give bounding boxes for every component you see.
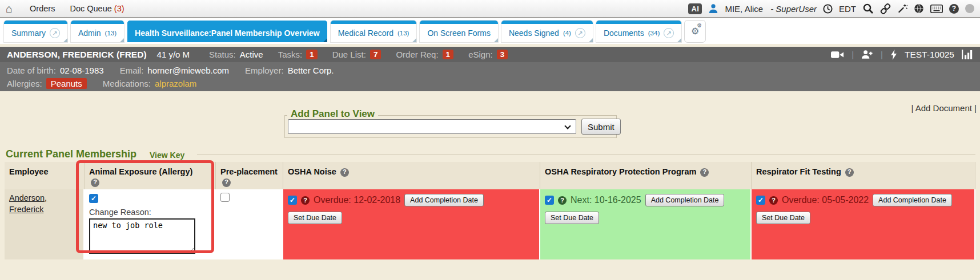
separator: | xyxy=(852,50,854,59)
medications-label: Medications: xyxy=(103,79,151,88)
external-link-icon[interactable]: ↗ xyxy=(50,28,60,38)
osha-noise-checkbox[interactable]: ✓ xyxy=(288,196,297,205)
tab-on-screen-forms[interactable]: On Screen Forms xyxy=(420,21,497,42)
tab-count: (34) xyxy=(648,30,660,36)
search-icon[interactable] xyxy=(862,3,874,14)
external-link-icon[interactable]: ↗ xyxy=(664,28,674,38)
panel-membership-table: Employee Animal Exposure (Allergy)? Pre-… xyxy=(5,162,975,259)
tasks-count-badge[interactable]: 1 xyxy=(306,50,318,59)
patient-name: ANDERSON, FREDERICK (FRED) xyxy=(7,50,147,60)
help-icon[interactable]: ? xyxy=(845,168,854,177)
link-icon[interactable] xyxy=(880,3,891,14)
help-icon[interactable]: ? xyxy=(222,178,231,187)
tab-label: Medical Record xyxy=(338,29,393,38)
osha-respiratory-cell: ✓ ? Next: 10-16-2025 Add Completion Date… xyxy=(540,189,752,259)
osha-respiratory-checkbox[interactable]: ✓ xyxy=(545,196,554,205)
due-list-count-badge[interactable]: 7 xyxy=(370,50,381,59)
help-icon[interactable]: ? xyxy=(340,168,349,177)
keyboard-icon[interactable] xyxy=(930,5,943,13)
home-icon[interactable]: ⌂ xyxy=(6,3,13,14)
clock-icon[interactable] xyxy=(823,4,833,14)
section-title: Current Panel Membership xyxy=(6,148,136,160)
user-role: - SuperUser xyxy=(770,4,817,14)
column-label: Employee xyxy=(9,167,49,176)
pre-placement-checkbox[interactable] xyxy=(220,193,230,202)
column-header-osha-respiratory: OSHA Respiratory Protection Program ? xyxy=(540,162,752,189)
tab-medical-record[interactable]: Medical Record (13) xyxy=(331,21,417,42)
globe-icon[interactable] xyxy=(914,3,924,14)
animal-exposure-checkbox[interactable]: ✓ xyxy=(89,194,98,203)
panel-select[interactable] xyxy=(288,119,576,134)
tab-documents[interactable]: Documents (34) ↗ xyxy=(596,21,681,42)
main-content: | Add Document | Add Panel to View Submi… xyxy=(0,91,980,280)
column-header-pre-placement: Pre-placement? xyxy=(216,162,283,189)
respirator-fit-cell: ✓ ? Overdue: 05-05-2022 Add Completion D… xyxy=(752,189,975,259)
person-add-icon[interactable] xyxy=(861,50,873,59)
medication-value[interactable]: alprazolam xyxy=(155,79,196,88)
tab-settings-button[interactable]: ⚙ ⚙ xyxy=(685,21,705,42)
due-list-label: Due List: xyxy=(332,50,366,59)
column-header-osha-noise: OSHA Noise ? xyxy=(283,162,540,189)
column-header-employee: Employee xyxy=(5,162,85,189)
add-completion-date-button[interactable]: Add Completion Date xyxy=(404,194,484,206)
add-document-link[interactable]: | Add Document | xyxy=(911,103,977,113)
set-due-date-button[interactable]: Set Due Date xyxy=(545,212,599,224)
email-label: Email: xyxy=(120,66,144,75)
tab-label: Needs Signed xyxy=(509,29,559,38)
esign-label: eSign: xyxy=(468,50,493,59)
column-header-animal-exposure: Animal Exposure (Allergy)? xyxy=(85,162,216,189)
patient-age-sex: 41 y/o M xyxy=(157,50,190,59)
wand-icon[interactable] xyxy=(897,3,907,14)
help-icon[interactable]: ? xyxy=(558,196,567,205)
help-icon[interactable]: ? xyxy=(91,178,99,187)
status-label: Overdue: xyxy=(314,195,351,205)
tab-label: Health Surveillance:Panel Membership Ove… xyxy=(135,29,320,38)
chart-icon[interactable] xyxy=(962,50,973,59)
ai-badge[interactable]: AI xyxy=(688,3,702,14)
doc-queue-link[interactable]: Doc Queue (3) xyxy=(70,4,124,13)
submit-button[interactable]: Submit xyxy=(581,119,621,135)
tab-summary[interactable]: Summary ↗ xyxy=(4,21,67,42)
help-icon[interactable]: ? xyxy=(301,196,310,205)
change-reason-textarea[interactable]: new to job role xyxy=(89,218,195,254)
add-completion-date-button[interactable]: Add Completion Date xyxy=(873,194,952,206)
respirator-fit-checkbox[interactable]: ✓ xyxy=(756,196,765,205)
help-icon[interactable]: ? xyxy=(700,168,709,177)
set-due-date-button[interactable]: Set Due Date xyxy=(288,212,342,224)
status-dot-icon xyxy=(965,4,974,13)
allergies-label: Allergies: xyxy=(7,79,42,88)
patient-header-bar: ANDERSON, FREDERICK (FRED) 41 y/o M Stat… xyxy=(0,47,980,62)
user-icon xyxy=(708,3,718,14)
order-req-label: Order Req: xyxy=(396,50,438,59)
patient-info-bar: Date of birth: 02-08-1983 Email: horner@… xyxy=(0,62,980,91)
employee-cell: Anderson, Frederick xyxy=(5,189,85,259)
tab-admin[interactable]: Admin (13) xyxy=(71,21,124,42)
esign-count-badge[interactable]: 3 xyxy=(497,50,508,59)
tab-health-surveillance[interactable]: Health Surveillance:Panel Membership Ove… xyxy=(127,21,327,42)
set-due-date-button[interactable]: Set Due Date xyxy=(756,212,810,224)
osha-noise-cell: ✓ ? Overdue: 12-02-2018 Add Completion D… xyxy=(283,189,540,259)
tab-label: Documents xyxy=(604,29,644,38)
column-label: Pre-placement xyxy=(220,167,278,176)
external-link-icon[interactable]: ↗ xyxy=(575,28,585,38)
change-reason-label: Change Reason: xyxy=(89,208,210,217)
pre-placement-cell xyxy=(216,189,283,259)
dob-label: Date of birth: xyxy=(7,66,56,75)
status-date: 10-16-2025 xyxy=(595,195,641,205)
orders-link[interactable]: Orders xyxy=(30,4,55,13)
video-camera-icon[interactable] xyxy=(831,51,844,59)
status-label: Overdue: xyxy=(782,195,820,205)
lightning-bolt-icon[interactable] xyxy=(890,50,897,60)
view-key-link[interactable]: View Key xyxy=(150,151,184,160)
help-icon[interactable]: ? xyxy=(769,196,778,205)
tab-needs-signed[interactable]: Needs Signed (4) ↗ xyxy=(501,21,593,42)
allergy-badge[interactable]: Peanuts xyxy=(46,78,87,89)
employee-link[interactable]: Anderson, Frederick xyxy=(9,193,62,215)
chevron-down-icon xyxy=(564,123,571,129)
employer-value: Better Corp. xyxy=(288,66,334,75)
animal-exposure-cell: ✓ Change Reason: new to job role xyxy=(85,189,216,259)
order-req-count-badge[interactable]: 1 xyxy=(443,50,454,59)
help-icon[interactable]: ? xyxy=(949,4,959,14)
separator: | xyxy=(881,50,883,59)
add-completion-date-button[interactable]: Add Completion Date xyxy=(645,194,725,206)
